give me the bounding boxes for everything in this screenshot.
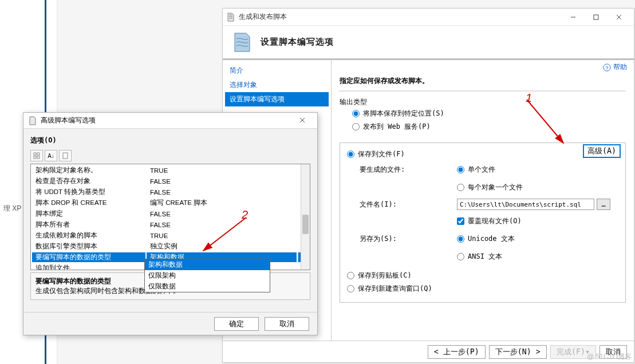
svg-text:?: ? — [606, 65, 609, 70]
radio-single-file-label: 单个文件 — [468, 165, 495, 175]
divider — [340, 90, 626, 92]
property-toolbar: A↓ — [30, 148, 310, 164]
nav-intro[interactable]: 简介 — [225, 64, 329, 78]
radio-ansi[interactable] — [457, 253, 464, 260]
overwrite-checkbox[interactable] — [457, 217, 464, 225]
radio-publish-web-label: 发布到 Web 服务(P) — [363, 122, 431, 132]
svg-rect-6 — [37, 156, 40, 159]
property-pages-button[interactable] — [59, 150, 72, 161]
prev-button[interactable]: < 上一步(P) — [428, 345, 486, 359]
output-type-legend: 输出类型 — [340, 97, 626, 107]
nav-script-options[interactable]: 设置脚本编写选项 — [225, 92, 329, 106]
script-icon — [231, 31, 254, 54]
grid-row[interactable]: 架构限定对象名称。TRUE — [32, 165, 309, 175]
svg-rect-5 — [34, 156, 36, 159]
tree-text: 理 XP — [3, 204, 21, 213]
titlebar: 生成和发布脚本 — [223, 9, 634, 26]
browse-button[interactable]: … — [597, 199, 610, 210]
radio-file-per-object[interactable] — [457, 184, 464, 191]
grid-row[interactable]: 脚本 DROP 和 CREATE编写 CREATE 脚本 — [32, 198, 309, 208]
unicode-label: Unicode 文本 — [468, 234, 515, 244]
data-type-dropdown[interactable]: 架构和数据 仅限架构 仅限数据 — [144, 259, 270, 292]
grid-scrollbar[interactable] — [301, 164, 310, 270]
radio-save-to-file-label: 保存到文件(F) — [358, 149, 405, 159]
dropdown-opt-schema-only[interactable]: 仅限架构 — [145, 270, 270, 281]
dialog-icon — [28, 116, 37, 125]
svg-rect-0 — [594, 15, 598, 19]
advanced-titlebar: 高级脚本编写选项 — [23, 113, 317, 129]
file-path-input[interactable] — [457, 199, 594, 210]
new-query-label: 保存到新建查询窗口(Q) — [358, 284, 432, 294]
grid-row[interactable]: 将 UDDT 转换为基类型FALSE — [32, 187, 309, 197]
save-file-group: 保存到文件(F) 高级(A) 要生成的文件: 单个文件 每个对象一个文件 文件名… — [340, 143, 626, 303]
svg-rect-4 — [37, 153, 40, 155]
help-label: 帮助 — [613, 62, 627, 72]
grid-row[interactable]: 检查是否存在对象FALSE — [32, 176, 309, 186]
svg-rect-7 — [63, 153, 68, 159]
banner-title: 设置脚本编写选项 — [261, 37, 334, 48]
overwrite-label: 覆盖现有文件(O) — [468, 216, 522, 226]
right-pane: ? 帮助 指定应如何保存或发布脚本。 输出类型 将脚本保存到特定位置(S) 发布… — [332, 60, 634, 341]
radio-new-query[interactable] — [347, 285, 354, 292]
minimize-button[interactable] — [562, 9, 585, 25]
dialog-close-button[interactable] — [292, 117, 313, 125]
ansi-label: ANSI 文本 — [468, 252, 502, 262]
help-link[interactable]: ? 帮助 — [603, 62, 627, 72]
radio-save-to-file[interactable] — [347, 151, 354, 158]
ok-button[interactable]: 确定 — [214, 317, 259, 331]
radio-clipboard[interactable] — [347, 272, 354, 279]
banner: 设置脚本编写选项 — [223, 26, 634, 60]
window-title: 生成和发布脚本 — [239, 12, 562, 22]
dropdown-opt-data-only[interactable]: 仅限数据 — [145, 281, 270, 292]
alphabetical-button[interactable]: A↓ — [45, 150, 57, 161]
watermark: @ 51CTO博客 — [587, 352, 632, 362]
property-grid[interactable]: 架构限定对象名称。TRUE检查是否存在对象FALSE将 UDDT 转换为基类型F… — [30, 164, 310, 270]
maximize-button[interactable] — [585, 9, 608, 25]
section-heading: 指定应如何保存或发布脚本。 — [340, 76, 626, 86]
output-type-group: 输出类型 将脚本保存到特定位置(S) 发布到 Web 服务(P) — [340, 97, 626, 136]
close-button[interactable] — [608, 9, 630, 25]
radio-single-file[interactable] — [457, 166, 464, 173]
grid-row[interactable]: 生成依赖对象的脚本TRUE — [32, 231, 309, 240]
radio-file-per-object-label: 每个对象一个文件 — [468, 183, 523, 192]
categorize-button[interactable] — [30, 150, 43, 161]
nav-select-objects[interactable]: 选择对象 — [225, 78, 329, 92]
advanced-dialog: 高级脚本编写选项 选项(O) A↓ 架构限定对象名称。TRUE检查是否存在对象F… — [23, 112, 318, 335]
file-name-label: 文件名(I): — [360, 200, 457, 209]
app-icon — [226, 13, 235, 22]
advanced-button[interactable]: 高级(A) — [583, 144, 621, 158]
radio-publish-web[interactable] — [352, 123, 360, 130]
options-label: 选项(O) — [30, 133, 310, 148]
cancel-dialog-button[interactable]: 取消 — [265, 317, 309, 331]
grid-row[interactable]: 脚本所有者FALSE — [32, 220, 309, 230]
radio-save-location[interactable] — [352, 110, 360, 117]
grid-row[interactable]: 数据库引擎类型脚本独立实例 — [32, 242, 309, 251]
save-as-label: 另存为(S): — [360, 234, 457, 244]
radio-unicode[interactable] — [457, 235, 464, 243]
advanced-footer: 确定 取消 — [23, 312, 317, 335]
dropdown-opt-schema-and-data[interactable]: 架构和数据 — [145, 259, 270, 270]
files-to-gen-label: 要生成的文件: — [360, 165, 457, 175]
radio-save-location-label: 将脚本保存到特定位置(S) — [363, 109, 444, 118]
advanced-title: 高级脚本编写选项 — [41, 116, 292, 125]
grid-row[interactable]: 脚本绑定FALSE — [32, 209, 309, 219]
next-button[interactable]: 下一步(N) > — [489, 345, 547, 359]
wizard-footer: < 上一步(P) 下一步(N) > 完成(F) 取消 — [223, 341, 634, 362]
clipboard-label: 保存到剪贴板(C) — [358, 271, 412, 280]
svg-rect-3 — [34, 153, 36, 155]
